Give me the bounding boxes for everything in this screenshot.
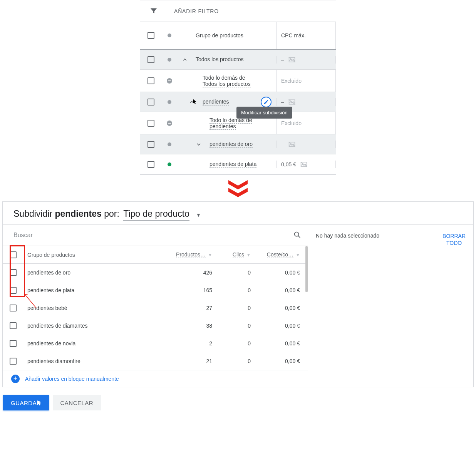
chevron-up-icon[interactable] (182, 57, 188, 63)
sub-row-cost: 0,00 € (254, 305, 300, 311)
product-group-name[interactable]: pendientes de oro (210, 141, 253, 148)
sub-row-clicks: 0 (215, 287, 254, 293)
subdivide-row: pendientes diamonfire2100,00 € (3, 352, 308, 370)
svg-line-5 (288, 142, 295, 147)
cpc-value: – (281, 141, 284, 147)
sub-row-name: pendientes de plata (23, 287, 165, 293)
table-row: Todos los productos– (140, 50, 336, 70)
clear-all-button[interactable]: BORRARTODO (442, 233, 466, 246)
sub-row-clicks: 0 (215, 340, 254, 347)
sub-row-products: 426 (165, 270, 215, 276)
sort-caret-icon: ▼ (208, 253, 212, 257)
sub-row-name: pendientes de diamantes (23, 323, 165, 329)
subdivide-select-all-checkbox[interactable] (10, 251, 17, 258)
subdivide-row: pendientes de diamantes3800,00 € (3, 317, 308, 335)
sub-row-clicks: 0 (215, 270, 254, 276)
save-button[interactable]: GUARDAR (3, 395, 49, 410)
sub-row-products: 2 (165, 340, 215, 347)
subdivide-row: pendientes bebé2700,00 € (3, 299, 308, 317)
product-group-name[interactable]: pendientes de plata (210, 161, 256, 168)
subdivide-header-row: Grupo de productos Productos…▼ Clics▼ Co… (3, 246, 308, 264)
table-row: pendientes de oro– (140, 134, 336, 154)
status-excluded-icon (167, 78, 172, 84)
selection-empty-text: No hay nada seleccionado (316, 233, 379, 239)
header-cpc-max: CPC máx. (281, 32, 306, 39)
row-checkbox[interactable] (147, 141, 154, 148)
tooltip: Modificar subdivisión (236, 107, 292, 119)
sub-row-clicks: 0 (215, 305, 254, 311)
sub-row-cost: 0,00 € (254, 340, 300, 347)
table-header-row: Grupo de productos CPC máx. (140, 22, 336, 50)
product-group-name[interactable]: pendientes (203, 99, 229, 105)
status-header-dot (168, 33, 171, 37)
sort-caret-icon: ▼ (246, 253, 251, 257)
subdivide-row: pendientes de oro42600,00 € (3, 264, 308, 281)
svg-line-9 (298, 236, 300, 238)
sub-row-name: pendientes diamonfire (23, 358, 165, 364)
sub-row-checkbox[interactable] (10, 287, 17, 294)
filter-icon[interactable] (149, 7, 159, 16)
sub-row-checkbox[interactable] (10, 269, 17, 276)
down-arrows-annotation (226, 179, 250, 198)
table-row: pendientes–Modificar subdivisión (140, 92, 336, 112)
sub-row-products: 27 (165, 305, 215, 311)
product-group-name[interactable]: Todo lo demás deTodos los productos (203, 75, 251, 87)
edit-subdivision-button[interactable] (261, 97, 272, 107)
svg-line-3 (288, 99, 295, 104)
dialog-title: Subdividir pendientes por: Tipo de produ… (3, 202, 473, 224)
no-image-icon (288, 141, 296, 148)
status-dot-icon (168, 162, 171, 166)
chevron-down-icon[interactable] (196, 141, 202, 147)
status-excluded-icon (167, 121, 172, 126)
sub-row-cost: 0,00 € (254, 270, 300, 276)
chevron-up-icon[interactable] (189, 99, 195, 105)
sub-row-checkbox[interactable] (10, 305, 17, 311)
header-product-group: Grupo de productos (196, 32, 243, 39)
subdivide-type-dropdown[interactable]: Tipo de producto (123, 209, 189, 221)
sub-row-clicks: 0 (215, 358, 254, 364)
status-dot-icon (168, 58, 171, 62)
subdivide-dialog: Subdividir pendientes por: Tipo de produ… (2, 201, 474, 387)
select-all-checkbox[interactable] (147, 32, 154, 39)
search-input[interactable] (13, 232, 293, 239)
bulk-add-values-button[interactable]: + Añadir valores en bloque manualmente (3, 370, 308, 387)
sub-row-cost: 0,00 € (254, 358, 300, 364)
cpc-value: Excluido (281, 78, 302, 84)
row-checkbox[interactable] (147, 120, 154, 127)
table-row: pendientes de plata0,05 € (140, 154, 336, 174)
product-group-name[interactable]: Todos los productos (196, 56, 244, 63)
row-checkbox[interactable] (147, 77, 154, 84)
sub-row-name: pendientes de oro (23, 270, 165, 276)
col-group: Grupo de productos (27, 252, 75, 258)
status-dot-icon (168, 100, 171, 104)
sub-row-checkbox[interactable] (10, 322, 17, 329)
cpc-value: – (281, 57, 284, 63)
chevron-down-icon: ▼ (196, 212, 201, 218)
add-filter-button[interactable]: AÑADIR FILTRO (174, 8, 219, 14)
col-cost[interactable]: Coste/co… (267, 251, 293, 258)
row-checkbox[interactable] (147, 161, 154, 168)
product-group-name[interactable]: Todo lo demás dependientes (210, 117, 252, 129)
sub-row-cost: 0,00 € (254, 323, 300, 329)
cancel-button[interactable]: CANCELAR (53, 395, 101, 410)
sub-row-checkbox[interactable] (10, 340, 17, 347)
sort-caret-icon: ▼ (296, 253, 300, 257)
row-checkbox[interactable] (147, 99, 154, 105)
product-groups-panel: AÑADIR FILTRO Grupo de productos CPC máx… (140, 0, 336, 175)
search-icon[interactable] (293, 231, 302, 240)
sub-row-cost: 0,00 € (254, 287, 300, 293)
col-products[interactable]: Productos… (176, 251, 206, 258)
sub-row-clicks: 0 (215, 323, 254, 329)
scrollbar[interactable] (305, 246, 308, 292)
col-clicks[interactable]: Clics (233, 251, 244, 258)
table-row: Todo lo demás deTodos los productosExclu… (140, 70, 336, 92)
sub-row-name: pendientes bebé (23, 305, 165, 311)
filter-row: AÑADIR FILTRO (140, 0, 336, 22)
sub-row-products: 38 (165, 323, 215, 329)
subdivide-row: pendientes de novia200,00 € (3, 335, 308, 352)
no-image-icon (300, 161, 308, 168)
row-checkbox[interactable] (147, 56, 154, 63)
svg-line-7 (301, 162, 307, 167)
sub-row-name: pendientes de novia (23, 340, 165, 347)
sub-row-checkbox[interactable] (10, 358, 17, 365)
